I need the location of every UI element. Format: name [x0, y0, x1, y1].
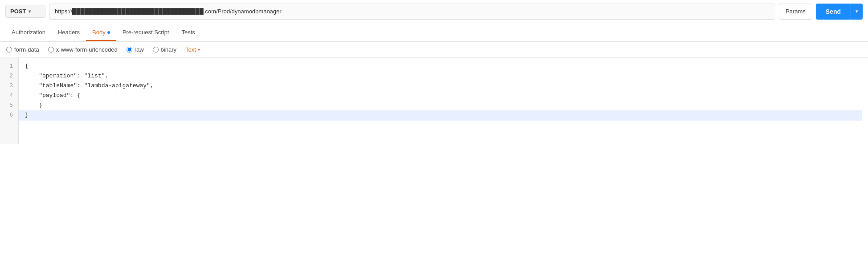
- url-encoded-option[interactable]: x-www-form-urlencoded: [48, 46, 118, 53]
- format-selector[interactable]: Text ▾: [185, 46, 200, 53]
- raw-radio[interactable]: [127, 47, 132, 53]
- send-dropdown-button[interactable]: ▾: [851, 4, 863, 20]
- tab-pre-request-script[interactable]: Pre-request Script: [116, 24, 176, 41]
- form-data-option[interactable]: form-data: [6, 46, 39, 53]
- tab-headers[interactable]: Headers: [52, 24, 86, 41]
- params-button[interactable]: Params: [779, 4, 812, 20]
- body-options: form-data x-www-form-urlencoded raw bina…: [0, 42, 868, 58]
- format-label: Text: [185, 46, 196, 53]
- binary-label: binary: [161, 46, 176, 53]
- send-btn-group: Send ▾: [816, 4, 863, 20]
- url-encoded-radio[interactable]: [48, 47, 54, 53]
- line-num-5: 5: [5, 101, 13, 110]
- method-chevron-icon: ▾: [29, 9, 31, 14]
- line-num-2: 2: [5, 71, 13, 81]
- code-line-6: }: [19, 110, 862, 120]
- line-numbers: 1 2 3 4 5 6: [0, 58, 19, 144]
- form-data-label: form-data: [14, 46, 39, 53]
- body-dot: [107, 31, 110, 34]
- method-label: POST: [10, 8, 26, 15]
- tab-authorization[interactable]: Authorization: [5, 24, 52, 41]
- line-num-4: 4: [5, 91, 13, 101]
- tabs-bar: Authorization Headers Body Pre-request S…: [0, 23, 868, 42]
- format-chevron-icon: ▾: [198, 47, 200, 52]
- editor-area: 1 2 3 4 5 6 { "operation": "list", "tabl…: [0, 58, 868, 144]
- code-line-1: { "operation": "list", "tableName": "lam…: [25, 63, 154, 109]
- url-input[interactable]: [49, 4, 775, 20]
- top-bar: POST ▾ Params Send ▾: [0, 0, 868, 23]
- line-num-6: 6: [5, 110, 13, 120]
- tab-tests[interactable]: Tests: [175, 24, 201, 41]
- binary-option[interactable]: binary: [153, 46, 176, 53]
- binary-radio[interactable]: [153, 47, 159, 53]
- raw-option[interactable]: raw: [127, 46, 144, 53]
- send-button[interactable]: Send: [816, 4, 851, 20]
- raw-label: raw: [135, 46, 144, 53]
- url-encoded-label: x-www-form-urlencoded: [56, 46, 118, 53]
- form-data-radio[interactable]: [6, 47, 12, 53]
- tab-body[interactable]: Body: [86, 24, 116, 41]
- method-selector[interactable]: POST ▾: [5, 5, 45, 18]
- line-num-1: 1: [5, 61, 13, 71]
- code-editor[interactable]: { "operation": "list", "tableName": "lam…: [19, 58, 868, 144]
- line-num-3: 3: [5, 81, 13, 91]
